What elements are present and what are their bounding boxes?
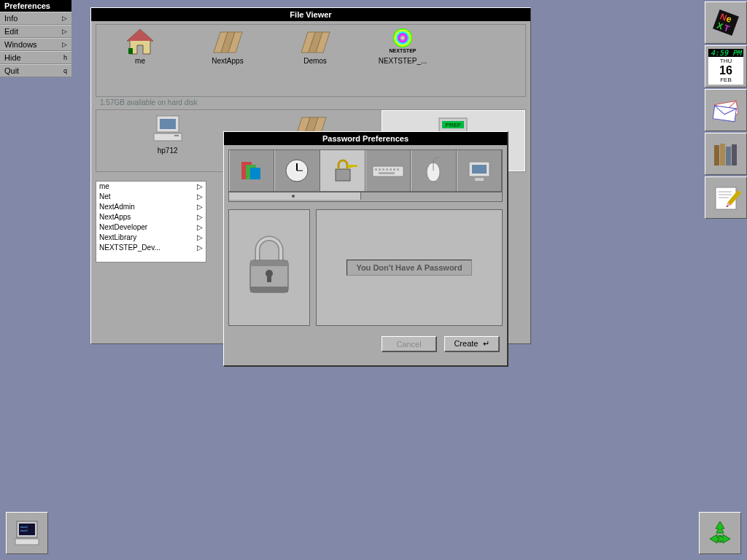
- list-item[interactable]: NEXTSTEP_Dev...▷: [96, 243, 206, 253]
- dock: NeXT 4:59 PM THU 16 FEB: [705, 1, 746, 219]
- svg-rect-50: [267, 273, 271, 282]
- svg-rect-33: [375, 168, 377, 171]
- folder-icon: [299, 28, 331, 55]
- dock-recycler[interactable]: [699, 512, 741, 554]
- edit-icon: [710, 182, 742, 214]
- pref-tabs: [228, 149, 503, 192]
- dock-clock[interactable]: 4:59 PM THU 16 FEB: [705, 45, 747, 88]
- svg-rect-39: [397, 168, 399, 171]
- svg-rect-37: [390, 168, 392, 171]
- svg-rect-35: [382, 168, 384, 171]
- svg-rect-25: [250, 168, 260, 179]
- mail-icon: [710, 94, 742, 126]
- clock-calendar: THU 16 FEB: [708, 57, 743, 85]
- list-item[interactable]: NextLibrary▷: [96, 233, 206, 243]
- dock-next-logo[interactable]: NeXT: [705, 1, 747, 44]
- shelf-item-nextapps[interactable]: NextApps: [198, 28, 257, 93]
- clock-icon: [282, 156, 311, 185]
- shelf: me NextApps Demos NEXTSTEP NEXTSTEP_...: [96, 24, 526, 97]
- dock-library[interactable]: [705, 133, 747, 175]
- password-preferences-window: Password Preferences You Don't Have A Pa…: [223, 131, 508, 367]
- cancel-button[interactable]: Cancel: [382, 336, 437, 352]
- list-item[interactable]: NextDeveloper▷: [96, 222, 206, 233]
- shelf-item-demos[interactable]: Demos: [286, 28, 344, 93]
- svg-rect-38: [393, 168, 395, 171]
- svg-rect-14: [154, 133, 182, 141]
- dock-edit[interactable]: [705, 176, 747, 219]
- app-menu-title: Preferences: [0, 0, 71, 12]
- shelf-item-me[interactable]: me: [111, 28, 169, 93]
- clock-time: 4:59 PM: [708, 49, 743, 57]
- menu-item-windows[interactable]: Windows▷: [0, 38, 71, 51]
- list-item[interactable]: me▷: [96, 182, 206, 192]
- password-illustration: [228, 209, 310, 326]
- create-button[interactable]: Create ↵: [444, 336, 500, 352]
- svg-text:mach: mach: [20, 529, 28, 532]
- svg-rect-31: [350, 165, 357, 167]
- svg-rect-45: [475, 178, 484, 181]
- lock-icon: [328, 156, 357, 185]
- app-menu: Preferences Info▷ Edit▷ Windows▷ Hideh Q…: [0, 0, 71, 77]
- menu-item-quit[interactable]: Quitq: [0, 64, 71, 77]
- cd-icon: NEXTSTEP: [387, 28, 419, 55]
- padlock-icon: [241, 231, 297, 304]
- directory-list[interactable]: me▷ Net▷ NextAdmin▷ NextApps▷ NextDevelo…: [96, 181, 206, 262]
- svg-rect-58: [714, 145, 719, 166]
- keyboard-icon: [371, 156, 405, 185]
- dock-terminal[interactable]: machmach: [6, 512, 48, 554]
- svg-rect-59: [720, 144, 725, 166]
- tab-display[interactable]: [229, 150, 274, 191]
- path-col-0[interactable]: hp712 ▷: [96, 110, 239, 171]
- svg-text:PREF: PREF: [446, 122, 461, 128]
- tab-password[interactable]: [320, 150, 365, 191]
- shelf-item-nextstep[interactable]: NEXTSTEP NEXTSTEP_...: [374, 28, 432, 93]
- books-icon: [710, 138, 742, 170]
- svg-marker-1: [127, 29, 153, 41]
- svg-rect-36: [386, 168, 388, 171]
- disk-info-label: 1.57GB available on hard disk: [96, 97, 526, 108]
- list-item[interactable]: NextApps▷: [96, 212, 206, 222]
- pref-window-title[interactable]: Password Preferences: [224, 132, 507, 145]
- svg-rect-29: [336, 169, 350, 181]
- list-item[interactable]: NextAdmin▷: [96, 202, 206, 212]
- terminal-icon: machmach: [11, 517, 43, 549]
- svg-rect-48: [250, 287, 288, 292]
- svg-rect-40: [379, 172, 395, 174]
- svg-rect-32: [373, 166, 403, 176]
- file-viewer-title[interactable]: File Viewer: [91, 8, 530, 21]
- monitor-icon: [465, 156, 494, 185]
- svg-rect-61: [732, 144, 737, 166]
- list-item[interactable]: Net▷: [96, 192, 206, 202]
- password-message-box: You Don't Have A Password: [316, 209, 503, 326]
- home-icon: [124, 28, 156, 55]
- svg-point-10: [400, 36, 405, 40]
- tab-clock[interactable]: [274, 150, 320, 191]
- display-icon: [237, 156, 266, 185]
- computer-icon: [150, 113, 186, 145]
- tab-mouse[interactable]: [411, 150, 456, 191]
- menu-item-edit[interactable]: Edit▷: [0, 25, 71, 38]
- next-cube-icon: NeXT: [708, 5, 743, 40]
- svg-rect-60: [726, 147, 731, 166]
- svg-rect-2: [128, 48, 133, 54]
- svg-rect-57: [713, 106, 736, 122]
- mouse-icon: [419, 156, 448, 185]
- recycle-icon: [704, 517, 736, 549]
- tab-monitor[interactable]: [457, 150, 502, 191]
- folder-icon: [212, 28, 244, 55]
- svg-rect-15: [174, 135, 179, 136]
- svg-rect-73: [15, 539, 39, 545]
- svg-text:NEXTSTEP: NEXTSTEP: [390, 48, 417, 53]
- menu-item-hide[interactable]: Hideh: [0, 51, 71, 64]
- tab-keyboard[interactable]: [365, 150, 411, 191]
- password-status-label: You Don't Have A Password: [347, 260, 471, 276]
- tabs-scrollbar[interactable]: [228, 192, 503, 202]
- svg-rect-44: [472, 165, 487, 174]
- scrollbar-thumb[interactable]: [229, 192, 361, 200]
- svg-rect-13: [160, 119, 176, 129]
- svg-rect-34: [379, 168, 381, 171]
- dock-mail[interactable]: [705, 89, 747, 131]
- menu-item-info[interactable]: Info▷: [0, 12, 71, 25]
- svg-rect-47: [250, 260, 288, 266]
